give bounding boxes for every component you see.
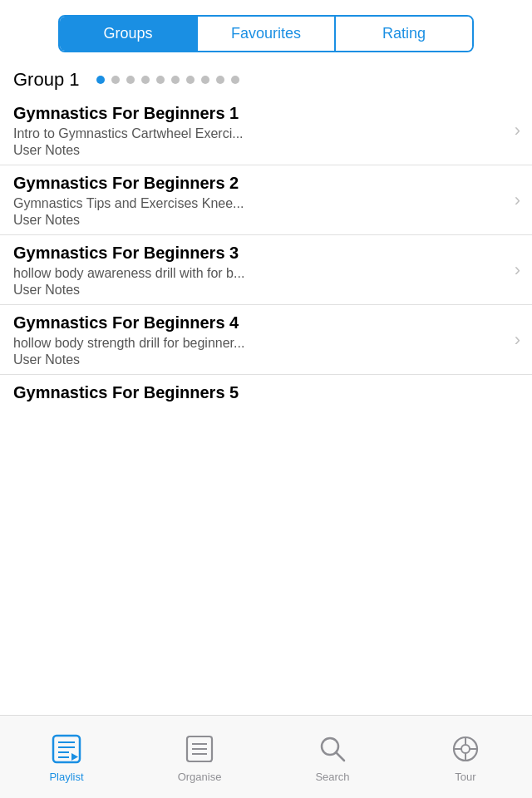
svg-marker-5 <box>71 753 78 761</box>
svg-line-11 <box>336 752 344 761</box>
rating-tab[interactable]: Rating <box>336 17 472 51</box>
dot-6[interactable] <box>186 76 195 84</box>
list-item[interactable]: Gymnastics For Beginners 1 Intro to Gymn… <box>0 96 532 165</box>
tab-tour[interactable]: Tour <box>399 731 532 783</box>
list-item[interactable]: Gymnastics For Beginners 3 hollow body a… <box>0 235 532 305</box>
group-title: Group 1 <box>13 69 80 91</box>
list-container: Gymnastics For Beginners 1 Intro to Gymn… <box>0 96 532 412</box>
tab-search-label: Search <box>315 771 349 783</box>
list-item[interactable]: Gymnastics For Beginners 2 Gymnastics Ti… <box>0 165 532 235</box>
tab-search[interactable]: Search <box>266 731 399 783</box>
tab-bar: Playlist Organise Search <box>0 715 532 798</box>
segmented-control: Groups Favourites Rating <box>58 15 474 52</box>
item-title: Gymnastics For Beginners 4 <box>13 313 519 332</box>
list-item[interactable]: Gymnastics For Beginners 5 <box>0 375 532 412</box>
tab-playlist[interactable]: Playlist <box>0 731 133 783</box>
dot-7[interactable] <box>201 76 209 84</box>
tab-tour-label: Tour <box>455 771 475 783</box>
item-subtitle: hollow body strength drill for beginner.… <box>13 336 519 351</box>
chevron-icon: › <box>515 259 520 281</box>
item-notes: User Notes <box>13 283 519 298</box>
item-notes: User Notes <box>13 143 519 158</box>
dot-9[interactable] <box>231 76 239 84</box>
group-header: Group 1 <box>0 62 532 96</box>
dot-5[interactable] <box>171 76 180 84</box>
dot-1[interactable] <box>111 76 120 84</box>
playlist-icon <box>48 731 85 767</box>
svg-rect-0 <box>53 736 80 762</box>
dot-2[interactable] <box>126 76 135 84</box>
chevron-icon: › <box>515 190 520 211</box>
tab-playlist-label: Playlist <box>49 771 83 783</box>
favourites-tab[interactable]: Favourites <box>198 17 336 51</box>
item-notes: User Notes <box>13 352 519 367</box>
groups-tab[interactable]: Groups <box>60 17 198 51</box>
pagination-dots <box>96 76 239 84</box>
tab-organise[interactable]: Organise <box>133 731 266 783</box>
item-subtitle: hollow body awareness drill with for b..… <box>13 266 519 281</box>
svg-point-13 <box>461 745 470 753</box>
dot-4[interactable] <box>156 76 165 84</box>
item-title: Gymnastics For Beginners 1 <box>13 104 519 123</box>
item-title: Gymnastics For Beginners 2 <box>13 174 519 193</box>
search-icon <box>314 731 351 767</box>
tab-organise-label: Organise <box>178 771 222 783</box>
item-title: Gymnastics For Beginners 3 <box>13 244 519 263</box>
dot-3[interactable] <box>141 76 150 84</box>
organise-icon <box>181 731 218 767</box>
list-item[interactable]: Gymnastics For Beginners 4 hollow body s… <box>0 305 532 375</box>
item-subtitle: Intro to Gymnastics Cartwheel Exerci... <box>13 126 519 141</box>
dot-8[interactable] <box>216 76 224 84</box>
dot-0[interactable] <box>96 76 105 84</box>
tour-icon <box>447 731 484 767</box>
item-notes: User Notes <box>13 213 519 228</box>
item-subtitle: Gymnastics Tips and Exercises Knee... <box>13 196 519 211</box>
chevron-icon: › <box>515 120 520 141</box>
item-title: Gymnastics For Beginners 5 <box>13 383 519 402</box>
chevron-icon: › <box>515 329 520 351</box>
